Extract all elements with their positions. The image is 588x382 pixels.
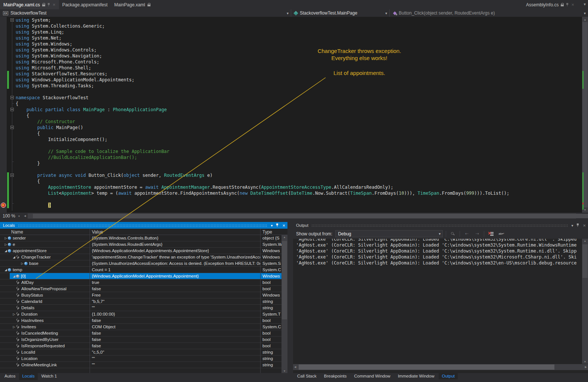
close-icon[interactable]: × (53, 2, 56, 7)
variable-type: object {S (260, 236, 281, 240)
breakpoint-current-line-icon[interactable]: ► (1, 203, 6, 208)
locals-title-bar[interactable]: Locals ▾ × (0, 222, 287, 229)
pin-icon[interactable] (276, 223, 279, 227)
find-message-button[interactable] (449, 230, 457, 238)
close-icon[interactable]: × (583, 223, 586, 228)
panel-tab-immediate-window[interactable]: Immediate Window (395, 373, 438, 379)
locals-row[interactable]: ◢[0]{Windows.ApplicationModel.Appointmen… (0, 273, 281, 279)
tab-list-dropdown-icon[interactable]: ▾ (584, 2, 586, 7)
locals-row[interactable]: ◢ChangeTracker'appointmentStore.ChangeTr… (0, 254, 281, 260)
collapse-region-icon[interactable] (10, 18, 14, 22)
locals-row[interactable]: AllDaytruebool (0, 279, 281, 286)
close-icon[interactable]: × (282, 223, 285, 228)
scroll-left-icon[interactable]: ◀ (22, 215, 28, 217)
breakpoint-margin[interactable] (0, 17, 7, 213)
locals-row[interactable]: ◢appointmentStore{Windows.ApplicationMod… (0, 248, 281, 254)
column-header-type[interactable]: Type (262, 229, 272, 235)
output-source-dropdown[interactable]: Debug ▾ (335, 230, 443, 237)
document-tab-label: Package.appxmanifest (62, 2, 108, 7)
locals-row[interactable]: ▷InviteesCOM ObjectSystem.C (0, 324, 281, 330)
scroll-up-icon[interactable]: ▲ (281, 236, 287, 238)
toggle-word-wrap-button[interactable]: ab↵ (498, 230, 505, 238)
collapse-icon[interactable]: ◢ (4, 268, 8, 272)
project-dropdown[interactable]: C# StackoverflowTest ▾ (0, 9, 291, 17)
locals-row[interactable]: CalendarId"b,5,7"▾string (0, 298, 281, 305)
type-dropdown[interactable]: StackoverflowTest.MainPage ▾ (291, 9, 390, 17)
scrollbar-thumb[interactable] (33, 214, 588, 218)
locals-row[interactable]: HasInviteesfalsebool (0, 317, 281, 324)
output-horizontal-scrollbar[interactable]: ◀ ▶ (293, 364, 588, 370)
column-divider[interactable] (90, 229, 90, 235)
locals-row[interactable]: Details""▾string (0, 305, 281, 311)
variable-icon (8, 237, 11, 240)
expand-icon[interactable]: ▷ (12, 325, 16, 329)
document-tab[interactable]: AssemblyInfo.cs× (523, 0, 578, 9)
pin-icon[interactable] (576, 223, 579, 227)
locals-row[interactable]: IsOrganizedByUserfalsebool (0, 336, 281, 343)
zoom-level-dropdown[interactable]: 100 % ▾ (0, 213, 22, 219)
close-icon[interactable]: × (571, 2, 574, 7)
document-tab[interactable]: MainPage.xaml (111, 0, 154, 9)
scroll-down-icon[interactable]: ▼ (582, 209, 588, 211)
locals-vertical-scrollbar[interactable]: ▲ ▼ (281, 235, 287, 373)
locals-row[interactable]: Location""▾string (0, 356, 281, 362)
code-editor[interactable]: using System;using System.Collections.Ge… (0, 17, 582, 213)
column-divider[interactable] (260, 229, 261, 235)
collapse-icon[interactable]: ◢ (12, 256, 16, 259)
locals-row[interactable]: IsCanceledMeetingfalsebool (0, 330, 281, 336)
clear-all-button[interactable] (487, 230, 495, 238)
pin-icon[interactable] (47, 3, 50, 7)
panel-tab-watch-1[interactable]: Watch 1 (38, 373, 60, 380)
locals-row[interactable]: ▷e{System.Windows.RoutedEventArgs}System… (0, 241, 281, 248)
expand-icon[interactable]: ▷ (12, 313, 16, 316)
output-log-text[interactable]: 'AgHost.exe' (CoreCLR: Silverlight AppDo… (296, 239, 577, 364)
member-dropdown[interactable]: Button_Click(object sender, RoutedEventA… (390, 9, 588, 17)
column-header-value[interactable]: Value (92, 229, 103, 235)
column-header-name[interactable]: Name (11, 229, 23, 235)
document-tab[interactable]: Package.appxmanifest (59, 0, 111, 9)
variable-type: bool (260, 331, 281, 335)
locals-row[interactable]: LocalId"c,5,0"▾string (0, 349, 281, 356)
collapse-icon[interactable]: ◢ (4, 249, 8, 253)
variable-type: System.C (260, 325, 281, 329)
editor-vertical-scrollbar[interactable]: ▲ ▼ (582, 17, 588, 213)
locals-row[interactable]: ▷base{System.UnauthorizedAccessException… (0, 260, 281, 267)
variable-name: IsCanceledMeeting (21, 331, 58, 335)
scroll-right-icon[interactable]: ▶ (585, 366, 587, 369)
scrollbar-thumb[interactable] (282, 241, 287, 319)
locals-row[interactable]: AllowNewTimeProposalfalsebool (0, 286, 281, 292)
panel-tab-call-stack[interactable]: Call Stack (294, 373, 320, 379)
expand-icon[interactable]: ▷ (20, 262, 24, 265)
output-vertical-scrollbar[interactable]: ▲ ▼ (582, 239, 588, 364)
panel-tab-breakpoints[interactable]: Breakpoints (321, 373, 350, 379)
scrollbar-thumb[interactable] (299, 364, 554, 370)
panel-tab-locals[interactable]: Locals (19, 373, 37, 380)
window-position-icon[interactable]: ▾ (571, 223, 573, 228)
locals-row[interactable]: OnlineMeetingLink""▾string (0, 362, 281, 368)
pin-icon[interactable] (566, 3, 569, 7)
expand-icon[interactable]: ▷ (4, 243, 8, 246)
locals-row[interactable]: ▷Duration{1.00:00:00}System.T (0, 311, 281, 317)
property-wrench-icon (16, 331, 20, 335)
panel-tab-autos[interactable]: Autos (1, 373, 18, 380)
collapse-icon[interactable]: ◢ (12, 275, 16, 278)
previous-message-button[interactable]: ⇠ (463, 230, 470, 238)
scroll-up-icon[interactable]: ▲ (582, 239, 588, 242)
scrollbar-thumb[interactable] (582, 244, 588, 278)
scroll-down-icon[interactable]: ▼ (582, 360, 588, 363)
document-tab[interactable]: MainPage.xaml.cs× (0, 0, 59, 9)
locals-row[interactable]: IsResponseRequestedfalsebool (0, 343, 281, 349)
panel-tab-output[interactable]: Output (439, 373, 458, 379)
window-position-icon[interactable]: ▾ (271, 223, 273, 228)
editor-horizontal-scrollbar[interactable] (28, 213, 576, 219)
expand-icon[interactable]: ▷ (4, 237, 8, 240)
scroll-left-icon[interactable]: ◀ (294, 366, 296, 369)
output-title-bar[interactable]: Output ▾ × (293, 222, 588, 229)
scroll-down-icon[interactable]: ▼ (281, 370, 287, 372)
locals-row[interactable]: BusyStatusFreeWindows (0, 292, 281, 298)
panel-tab-command-window[interactable]: Command Window (351, 373, 393, 379)
locals-row[interactable]: ◢tempCount = 1System.C (0, 267, 281, 273)
next-message-button[interactable]: ⇢ (473, 230, 481, 238)
locals-row[interactable]: ▷sender{System.Windows.Controls.Button}o… (0, 235, 281, 241)
scroll-up-icon[interactable]: ▲ (582, 17, 588, 21)
